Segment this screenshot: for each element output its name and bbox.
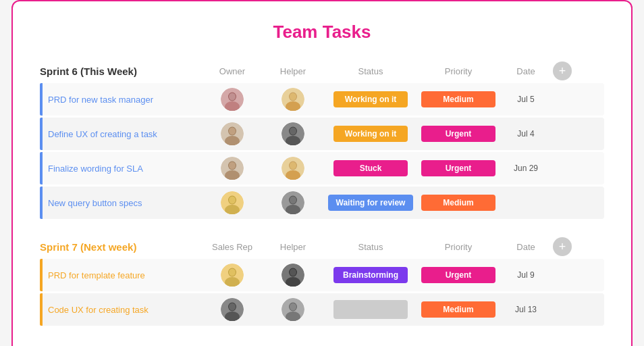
task-owner [202, 157, 263, 180]
priority-badge: Medium [421, 301, 495, 318]
avatar [221, 88, 244, 111]
sprint1-add-button[interactable]: + [553, 61, 572, 80]
task-helper [263, 264, 323, 287]
col-header-salesrep: Sales Rep [202, 242, 263, 252]
sprint2-title: Sprint 7 (Next week) [40, 241, 195, 253]
task-name-cell: Finalize wording for SLA [40, 152, 195, 184]
task-priority: Urgent [418, 126, 499, 142]
task-status: Waiting for review [323, 195, 418, 211]
col-header-status: Status [323, 66, 418, 76]
sprint1-col-headers: Owner Helper Status Priority Date + [202, 61, 604, 80]
priority-badge: Medium [421, 91, 495, 107]
task-name: New query button specs [43, 194, 195, 212]
svg-point-46 [290, 303, 296, 311]
page-title: Team Tasks [40, 22, 604, 43]
task-owner [202, 88, 263, 111]
task-date: Jun 29 [499, 164, 553, 173]
avatar [281, 88, 304, 111]
status-badge: Brainstorming [333, 267, 408, 283]
task-status: Working on it [323, 126, 418, 142]
task-helper [263, 88, 323, 111]
sprint1-header: Sprint 6 (This Week) Owner Helper Status… [40, 61, 604, 80]
avatar [221, 191, 244, 214]
task-helper [263, 122, 323, 145]
task-priority: Urgent [418, 267, 499, 283]
priority-badge: Urgent [421, 160, 495, 176]
task-cols: Stuck Urgent Jun 29 [202, 157, 604, 180]
task-helper [263, 298, 323, 321]
svg-point-3 [229, 93, 236, 101]
task-date: Jul 5 [499, 95, 553, 104]
task-priority: Medium [418, 91, 499, 107]
col-header-helper2: Helper [263, 242, 323, 252]
task-date: Jul 13 [499, 305, 553, 314]
status-badge: Waiting for review [328, 195, 414, 211]
task-name-cell: Define UX of creating a task [40, 118, 195, 150]
status-empty [333, 300, 408, 319]
avatar [281, 122, 304, 145]
svg-point-42 [229, 303, 236, 311]
task-date: Jul 4 [499, 129, 553, 139]
col-header-owner: Owner [202, 66, 263, 76]
task-owner [202, 191, 263, 214]
table-row: PRD for template feature [40, 259, 604, 291]
table-row: Finalize wording for SLA [40, 152, 604, 184]
avatar [221, 264, 244, 287]
col-header-date2: Date [499, 242, 553, 252]
sprint2-add-button[interactable]: + [553, 237, 572, 256]
table-row: Define UX of creating a task [40, 118, 604, 150]
status-badge: Working on it [333, 91, 408, 107]
col-header-priority: Priority [418, 66, 499, 76]
svg-point-7 [290, 93, 296, 101]
task-cols: Waiting for review Medium [202, 191, 604, 214]
task-cols: Working on it Urgent Jul 4 [202, 122, 604, 145]
task-name-cell: PRD for new task manager [40, 83, 195, 116]
col-header-helper: Helper [263, 66, 323, 76]
avatar [281, 264, 304, 287]
sprint1-title: Sprint 6 (This Week) [40, 66, 195, 77]
svg-point-11 [229, 128, 236, 135]
priority-badge: Urgent [421, 126, 495, 142]
svg-point-30 [290, 197, 296, 204]
task-name: Define UX of creating a task [43, 125, 195, 143]
sprint2-col-headers: Sales Rep Helper Status Priority Date + [202, 237, 604, 256]
col-header-date: Date [499, 66, 553, 76]
task-name: Finalize wording for SLA [43, 159, 195, 178]
table-row: Code UX for creating task [40, 293, 604, 326]
task-status: Working on it [323, 91, 418, 107]
main-card: Team Tasks Sprint 6 (This Week) Owner He… [11, 0, 633, 346]
priority-badge: Urgent [421, 267, 495, 283]
svg-point-26 [229, 197, 236, 204]
task-name: Code UX for creating task [43, 301, 195, 319]
task-priority: Medium [418, 301, 499, 318]
task-cols: Medium Jul 13 [202, 298, 604, 321]
svg-point-38 [290, 269, 296, 276]
col-header-status2: Status [323, 242, 418, 252]
task-name-cell: Code UX for creating task [40, 293, 195, 326]
date-text: Jul 13 [515, 305, 537, 314]
avatar [281, 298, 304, 321]
task-owner [202, 122, 263, 145]
status-badge: Stuck [333, 160, 408, 176]
task-status: Stuck [323, 160, 418, 176]
date-text: Jun 29 [514, 164, 538, 173]
task-cols: Brainstorming Urgent Jul 9 [202, 264, 604, 287]
task-cols: Working on it Medium Jul 5 [202, 88, 604, 111]
table-row: PRD for new task manager [40, 83, 604, 116]
table-row: New query button specs [40, 187, 604, 219]
date-text: Jul 9 [517, 270, 534, 280]
task-helper [263, 157, 323, 180]
task-status [323, 300, 418, 319]
task-name-cell: New query button specs [40, 187, 195, 219]
avatar [281, 191, 304, 214]
col-header-priority2: Priority [418, 242, 499, 252]
task-owner [202, 298, 263, 321]
status-badge: Working on it [333, 126, 408, 142]
task-name: PRD for new task manager [43, 91, 195, 109]
task-name-cell: PRD for template feature [40, 259, 195, 291]
svg-point-15 [290, 128, 296, 135]
avatar [221, 157, 244, 180]
task-priority: Medium [418, 195, 499, 211]
avatar [221, 298, 244, 321]
svg-point-22 [290, 162, 296, 170]
